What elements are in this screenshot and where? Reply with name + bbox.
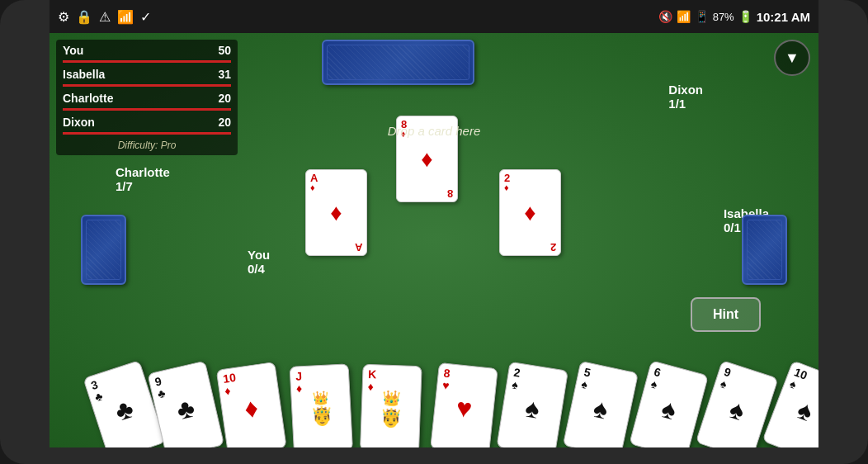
hand-card-2s[interactable]: 2♠ ♠ (496, 362, 568, 447)
you-tricks: 0/4 (248, 262, 270, 276)
battery-percent: 87% (713, 11, 734, 23)
eight-value-bottom: 8 (447, 188, 453, 199)
played-card-ace: A ♦ ♦ A (305, 169, 367, 256)
score-row-you: You 50 (63, 44, 231, 57)
hc-top-10d: 10♦ (222, 372, 238, 399)
game-area: You 50 Isabella 31 Charlotte 20 Dixon 20… (50, 33, 818, 447)
hand-area: 3♣ ♣ 9♣ ♣ 10♦ ♦ J♦ 👑 🤴 (83, 348, 785, 447)
hc-center-kd: 👑 🤴 (361, 365, 422, 447)
score-bar-charlotte (63, 108, 231, 111)
king-crown: 👑 (382, 388, 401, 407)
difficulty-label: Difficulty: Pro (63, 140, 231, 151)
score-panel: You 50 Isabella 31 Charlotte 20 Dixon 20… (56, 40, 238, 155)
dixon-tricks: 1/1 (668, 97, 703, 111)
hint-button[interactable]: Hint (691, 297, 761, 332)
dixon-card-back (322, 40, 474, 85)
score-name-dixon: Dixon (63, 116, 95, 129)
hc-center-9c: ♣ (174, 392, 198, 426)
hc-top-8h: 8♥ (441, 367, 451, 393)
hc-top-9c: 9♣ (153, 375, 167, 401)
isabella-card-back (742, 215, 787, 285)
player-dixon: Dixon 1/1 (668, 83, 703, 111)
hand-card-10d[interactable]: 10♦ ♦ (216, 362, 287, 447)
phone-frame: ⚙ 🔒 ⚠ 📶 ✓ 🔇 📶 📱 87% 🔋 10:21 AM You 50 Is… (0, 0, 868, 464)
score-value-charlotte: 20 (218, 92, 231, 105)
wifi-icon: 📶 (677, 10, 691, 23)
ace-value-bottom: A (355, 242, 362, 253)
hc-center-2s: ♠ (523, 393, 542, 425)
score-bar-you (63, 60, 231, 63)
dixon-name: Dixon (668, 83, 703, 97)
hc-center-10s: ♠ (793, 395, 817, 428)
hc-top-2s: 2♠ (511, 367, 521, 393)
hc-center-3c: ♣ (111, 393, 137, 428)
jack-crown: 👑 (312, 390, 329, 406)
score-name-charlotte: Charlotte (63, 92, 113, 105)
usb-icon: ⚙ (58, 9, 69, 25)
charlotte-deck (81, 215, 126, 285)
menu-dropdown-button[interactable]: ▼ (774, 40, 810, 76)
player-you: You 0/4 (248, 248, 270, 276)
score-name-isabella: Isabella (63, 68, 105, 81)
ace-center: ♦ (330, 200, 342, 226)
status-icons-right: 🔇 📶 📱 87% 🔋 10:21 AM (658, 10, 810, 24)
hc-center-8h: ♥ (455, 392, 474, 424)
player-charlotte: Charlotte 1/7 (116, 165, 170, 193)
hand-card-8h[interactable]: 8♥ ♥ (430, 362, 498, 447)
score-value-dixon: 20 (218, 116, 231, 129)
hc-center-5s: ♠ (591, 393, 611, 426)
hand-card-jd[interactable]: J♦ 👑 🤴 (290, 363, 353, 447)
two-value-bottom: 2 (550, 242, 556, 253)
hc-top-6s: 6♠ (649, 366, 662, 392)
hc-center-10d: ♦ (243, 393, 260, 425)
time-display: 10:21 AM (757, 10, 810, 24)
you-name: You (248, 248, 270, 262)
check-icon: ✓ (140, 9, 151, 25)
hc-center-9s: ♠ (725, 394, 748, 427)
score-value-you: 50 (218, 44, 231, 57)
score-bar-dixon (63, 132, 231, 135)
signal-icon: 📱 (695, 10, 709, 23)
two-center: ♦ (524, 200, 535, 226)
charlotte-tricks: 1/7 (116, 179, 170, 193)
score-name-you: You (63, 44, 83, 57)
hand-card-6s[interactable]: 6♠ ♠ (629, 360, 709, 447)
isabella-deck (742, 215, 787, 285)
hc-top-10s: 10♠ (788, 366, 809, 394)
charlotte-card-back (81, 215, 126, 285)
status-icons-left: ⚙ 🔒 ⚠ 📶 ✓ (58, 9, 151, 25)
battery-icon: 🔋 (738, 10, 752, 23)
score-row-dixon: Dixon 20 (63, 116, 231, 129)
score-row-charlotte: Charlotte 20 (63, 92, 231, 105)
jack-figure: 🤴 (310, 405, 333, 427)
wifi-off-icon: 📶 (117, 9, 134, 25)
hc-center-jd: 👑 🤴 (290, 364, 352, 447)
charlotte-name: Charlotte (116, 165, 170, 179)
hc-top-9s: 9♠ (719, 366, 733, 392)
score-value-isabella: 31 (218, 68, 231, 81)
king-figure: 🤴 (380, 406, 403, 428)
dixon-deck (322, 40, 474, 85)
hand-card-5s[interactable]: 5♠ ♠ (563, 361, 639, 447)
played-card-2: 2 ♦ ♦ 2 (499, 169, 561, 256)
alert-icon: ⚠ (99, 9, 111, 25)
ace-suit-top: ♦ (310, 182, 315, 192)
score-row-isabella: Isabella 31 (63, 68, 231, 81)
chevron-down-icon: ▼ (785, 50, 800, 67)
drop-zone-text: Drop a card here (388, 124, 481, 138)
hc-center-6s: ♠ (658, 393, 680, 426)
hc-top-3c: 3♣ (90, 378, 105, 405)
mute-icon: 🔇 (658, 10, 672, 23)
hc-top-5s: 5♠ (580, 366, 592, 392)
eight-center: ♦ (421, 146, 432, 173)
two-suit-top: ♦ (504, 182, 509, 192)
hand-card-kd[interactable]: K♦ 👑 🤴 (360, 364, 422, 447)
score-bar-isabella (63, 84, 231, 87)
lock-icon: 🔒 (76, 9, 92, 25)
status-bar: ⚙ 🔒 ⚠ 📶 ✓ 🔇 📶 📱 87% 🔋 10:21 AM (50, 0, 818, 33)
hint-label: Hint (713, 307, 738, 321)
drop-zone[interactable]: Drop a card here (302, 124, 566, 139)
